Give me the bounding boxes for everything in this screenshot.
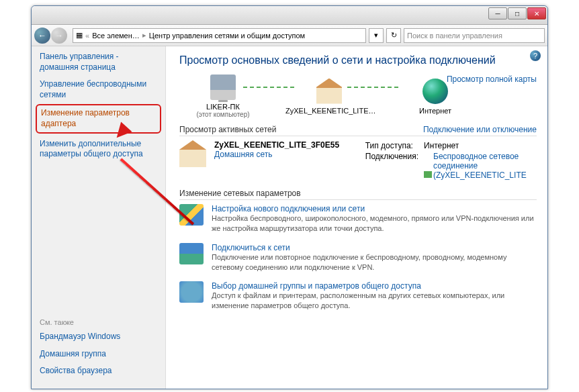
sidebar-link-adapter-highlighted[interactable]: Изменение параметров адаптера — [36, 104, 161, 133]
back-button[interactable]: ← — [34, 28, 50, 44]
navbar: ← → ▦ « Все элемен… ▸ Центр управления с… — [32, 25, 547, 46]
cp-icon: ▦ — [76, 31, 83, 40]
breadcrumb-root[interactable]: Все элемен… — [92, 32, 140, 40]
close-button[interactable]: ✕ — [527, 7, 546, 19]
sidebar-item-homegroup[interactable]: Домашняя группа — [40, 349, 157, 360]
content-pane: ? Просмотр основных сведений о сети и на… — [166, 46, 547, 389]
forward-button[interactable]: → — [51, 28, 67, 44]
connect-icon — [179, 243, 204, 264]
house-icon — [179, 140, 206, 167]
map-internet-label: Интернет — [392, 107, 479, 115]
task-link-homegroup[interactable]: Выбор домашней группы и параметров общег… — [212, 281, 537, 291]
task-row: Настройка нового подключения или сети На… — [179, 204, 537, 234]
sidebar-item-firewall[interactable]: Брандмауэр Windows — [40, 332, 157, 342]
map-connector — [347, 87, 401, 88]
network-name: ZyXEL_KEENETIC_LITE_3F0E55 — [214, 140, 355, 150]
titlebar: ─ □ ✕ — [32, 6, 547, 25]
chevron-right-icon: ▸ — [142, 31, 146, 40]
map-connector — [243, 87, 297, 88]
access-value: Интернет — [421, 140, 537, 151]
task-row: Выбор домашней группы и параметров общег… — [179, 281, 537, 311]
change-settings-header: Изменение сетевых параметров — [179, 189, 537, 200]
task-desc: Подключение или повторное подключение к … — [212, 252, 537, 273]
network-tasks: Настройка нового подключения или сети На… — [179, 204, 537, 311]
sidebar-home-link[interactable]: Панель управления - домашняя страница — [40, 52, 157, 72]
homegroup-icon — [179, 281, 204, 303]
map-pc-label: LIKER-ПК — [179, 103, 267, 111]
house-icon — [316, 79, 342, 104]
active-network-row: ZyXEL_KEENETIC_LITE_3F0E55 Домашняя сеть… — [179, 140, 537, 181]
network-map: LIKER-ПК (этот компьютер) ZyXEL_KEENETIC… — [179, 75, 537, 118]
breadcrumb-sep-icon: « — [85, 32, 89, 40]
sidebar-item-browser[interactable]: Свойства браузера — [40, 366, 157, 377]
access-label: Тип доступа: — [363, 140, 421, 151]
map-pc-sub: (этот компьютер) — [179, 111, 267, 118]
address-dropdown[interactable]: ▾ — [369, 28, 384, 43]
connections-label: Подключения: — [363, 151, 421, 181]
computer-icon — [210, 75, 236, 100]
breadcrumb-page[interactable]: Центр управления сетями и общим доступом — [149, 32, 305, 40]
page-title: Просмотр основных сведений о сети и наст… — [179, 54, 537, 66]
globe-icon — [422, 79, 448, 104]
full-map-link[interactable]: Просмотр полной карты — [447, 75, 537, 84]
network-type-link[interactable]: Домашняя сеть — [214, 150, 355, 159]
sidebar-link-sharing[interactable]: Изменить дополнительные параметры общего… — [40, 139, 157, 160]
task-link-setup[interactable]: Настройка нового подключения или сети — [212, 204, 537, 213]
see-also-label: См. также — [40, 318, 157, 326]
sidebar: Панель управления - домашняя страница Уп… — [32, 46, 166, 389]
task-desc: Настройка беспроводного, широкополосного… — [212, 213, 537, 234]
connect-disconnect-link[interactable]: Подключение или отключение — [423, 125, 537, 134]
address-bar[interactable]: ▦ « Все элемен… ▸ Центр управления сетям… — [73, 28, 366, 43]
maximize-button[interactable]: □ — [508, 7, 527, 19]
task-row: Подключиться к сети Подключение или повт… — [179, 243, 537, 273]
active-networks-header: Просмотр активных сетей Подключение или … — [179, 125, 537, 136]
search-input[interactable]: Поиск в панели управления — [404, 28, 545, 43]
window: ─ □ ✕ ← → ▦ « Все элемен… ▸ Центр управл… — [31, 5, 548, 389]
task-desc: Доступ к файлам и принтерам, расположенн… — [212, 291, 537, 311]
active-head-text: Просмотр активных сетей — [179, 125, 276, 134]
minimize-button[interactable]: ─ — [488, 7, 507, 19]
refresh-button[interactable]: ↻ — [386, 28, 401, 43]
setup-connection-icon — [179, 204, 204, 226]
wifi-signal-icon — [424, 171, 432, 178]
map-router-label: ZyXEL_KEENETIC_LITE… — [285, 107, 373, 115]
help-icon[interactable]: ? — [530, 50, 541, 61]
connection-link[interactable]: Беспроводное сетевое соединение (ZyXEL_K… — [433, 152, 534, 180]
task-link-connect[interactable]: Подключиться к сети — [212, 243, 537, 252]
sidebar-link-wireless[interactable]: Управление беспроводными сетями — [40, 79, 157, 100]
